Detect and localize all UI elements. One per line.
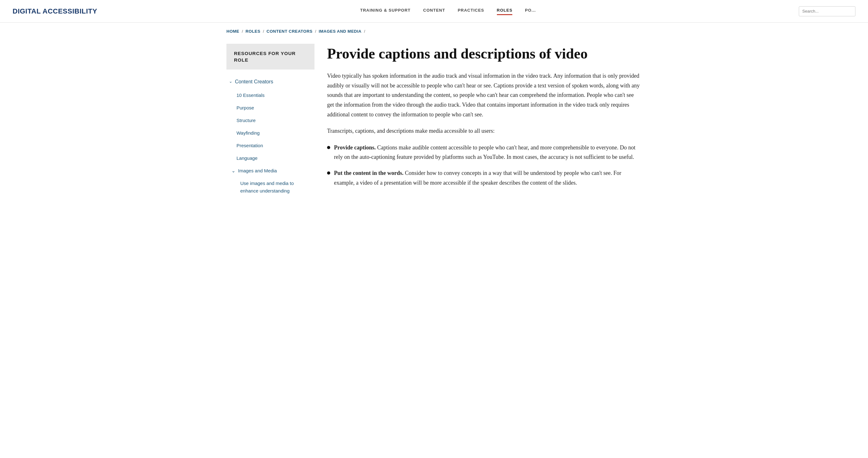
intro-paragraph: Video typically has spoken information i…: [327, 71, 642, 119]
sidebar-item-images-media[interactable]: ⌄ Images and Media: [226, 164, 314, 177]
sidebar-item-purpose[interactable]: Purpose: [226, 101, 314, 114]
sidebar-item-use-images[interactable]: Use images and media to enhance understa…: [226, 177, 314, 197]
nav-roles[interactable]: ROLES: [497, 7, 513, 16]
search-input[interactable]: [799, 6, 856, 17]
sidebar-item-presentation[interactable]: Presentation: [226, 139, 314, 152]
sidebar-content-creators-label: Content Creators: [235, 78, 273, 86]
content-body: Video typically has spoken information i…: [327, 71, 642, 187]
sidebar-header: RESOURCES FOR YOUR ROLE: [226, 44, 314, 69]
page-layout: RESOURCES FOR YOUR ROLE ⌄ Content Creato…: [214, 37, 654, 204]
breadcrumb-content-creators[interactable]: CONTENT CREATORS: [267, 28, 313, 35]
list-item: Put the content in the words. Consider h…: [327, 168, 642, 187]
chevron-down-icon-images: ⌄: [231, 167, 236, 175]
bullet-icon: [327, 146, 330, 149]
bullet-icon: [327, 172, 330, 175]
sidebar-images-media-label: Images and Media: [238, 167, 277, 175]
sidebar: RESOURCES FOR YOUR ROLE ⌄ Content Creato…: [226, 44, 314, 197]
main-nav: TRAINING & SUPPORT CONTENT PRACTICES ROL…: [360, 7, 536, 16]
breadcrumb: HOME / ROLES / CONTENT CREATORS / IMAGES…: [226, 23, 642, 37]
sidebar-item-10-essentials[interactable]: 10 Essentials: [226, 89, 314, 101]
sidebar-item-language[interactable]: Language: [226, 152, 314, 164]
breadcrumb-images-media[interactable]: IMAGES AND MEDIA: [318, 28, 361, 35]
breadcrumb-sep-2: /: [263, 28, 264, 35]
nav-training[interactable]: TRAINING & SUPPORT: [360, 7, 410, 15]
page-title: Provide captions and descriptions of vid…: [327, 45, 642, 62]
sidebar-item-content-creators[interactable]: ⌄ Content Creators: [226, 74, 314, 89]
chevron-down-icon: ⌄: [229, 78, 232, 85]
breadcrumb-sep-4: /: [364, 28, 365, 35]
breadcrumb-sep-3: /: [315, 28, 316, 35]
list-item-1-text: Captions make audible content accessible…: [334, 144, 635, 160]
list-item-2-bold: Put the content in the words.: [334, 170, 403, 176]
sidebar-item-wayfinding[interactable]: Wayfinding: [226, 127, 314, 139]
nav-practices[interactable]: PRACTICES: [458, 7, 484, 15]
content-list: Provide captions. Captions make audible …: [327, 143, 642, 187]
site-logo[interactable]: DIGITAL ACCESSIBILITY: [12, 6, 97, 17]
nav-content[interactable]: CONTENT: [423, 7, 445, 15]
list-item-1-bold: Provide captions.: [334, 144, 376, 151]
list-item: Provide captions. Captions make audible …: [327, 143, 642, 162]
breadcrumb-roles[interactable]: ROLES: [246, 28, 260, 35]
nav-po[interactable]: PO...: [525, 7, 536, 15]
page-header: DIGITAL ACCESSIBILITY TRAINING & SUPPORT…: [0, 0, 868, 23]
breadcrumb-sep-1: /: [242, 28, 243, 35]
list-intro: Transcripts, captions, and descriptions …: [327, 126, 642, 136]
breadcrumb-home[interactable]: HOME: [226, 28, 239, 35]
sidebar-item-structure[interactable]: Structure: [226, 114, 314, 127]
main-content: Provide captions and descriptions of vid…: [327, 44, 642, 197]
